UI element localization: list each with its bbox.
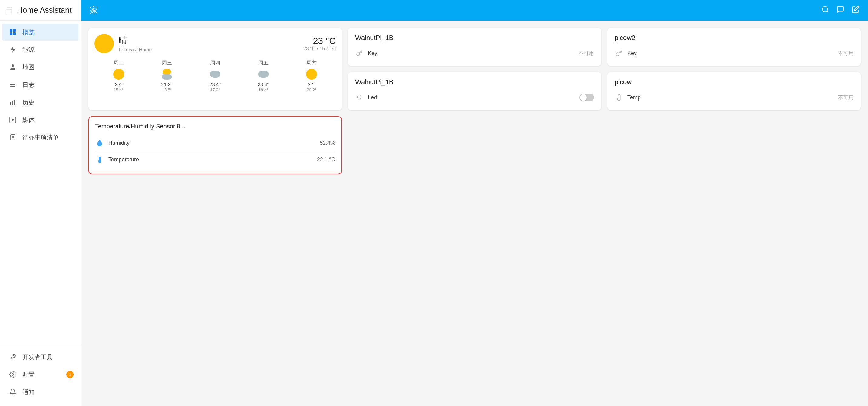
sidebar-item-todo[interactable]: 待办事项清单 [2,129,79,146]
message-icon[interactable] [837,5,844,15]
humidity-icon [95,138,104,148]
sidebar-item-history-label: 历史 [22,98,34,106]
sidebar-item-media-label: 媒体 [22,116,34,124]
weather-temp-range: 23 °C / 15.4 °C [303,46,336,52]
edit-icon[interactable] [851,5,860,15]
gear-icon [8,370,17,379]
picow2-key-status: 不可用 [838,50,854,57]
key-icon-1 [355,49,364,58]
forecast-low-0: 15.4° [94,88,143,92]
sidebar-item-developer[interactable]: 开发者工具 [2,348,79,366]
sidebar-item-energy-label: 能源 [22,46,34,54]
svg-rect-2 [10,32,12,35]
picow-temp-name: Temp [627,94,834,101]
svg-marker-13 [12,118,15,121]
bar-chart-icon [8,98,17,106]
grid-icon [8,28,17,36]
forecast-day-name-3: 周五 [239,59,287,66]
weather-card: 晴 Forecast Home 23 °C 23 °C / 15.4 °C 周二… [88,28,342,110]
settings-badge: 1 [66,371,73,378]
forecast-day-3: 周五 23.4° 18.4° [239,59,287,92]
sidebar-bottom: 开发者工具 配置 1 通知 [0,345,81,406]
weather-condition: 晴 [119,34,152,46]
sidebar-item-overview-label: 概览 [22,28,34,36]
sidebar-item-settings[interactable]: 配置 1 [2,366,79,383]
menu-icon[interactable]: ☰ [6,6,12,14]
forecast-day-name-2: 周四 [191,59,239,66]
sensor-card: Temperature/Humidity Sensor 9... Humidit… [88,116,342,175]
weather-location: Forecast Home [119,47,152,53]
sidebar-item-notifications[interactable]: 通知 [2,384,79,401]
page-title: 家 [90,4,98,16]
key-icon-2 [615,49,623,58]
forecast-day-name-4: 周六 [288,59,336,66]
sidebar: ☰ Home Assistant 概览 能源 地图 [0,0,81,406]
svg-line-20 [827,11,828,12]
sidebar-item-logbook[interactable]: 日志 [2,76,79,93]
person-icon [8,63,17,71]
forecast-day-name-0: 周二 [94,59,143,66]
forecast-high-0: 23° [94,82,143,88]
forecast-low-2: 17.2° [191,88,239,92]
forecast-low-1: 13.5° [143,88,191,92]
header-actions [822,5,860,15]
svg-point-5 [11,64,14,67]
bolt-icon [8,45,17,54]
weather-temp: 23 °C 23 °C / 15.4 °C [303,36,336,52]
svg-rect-10 [12,101,13,105]
temperature-value: 22.1 °C [317,157,335,163]
walnutpi1b-key-card: WalnutPi_1B Key 不可用 [348,28,601,66]
forecast-day-4: 周六 27° 20.2° [288,59,336,92]
forecast-high-2: 23.4° [191,82,239,88]
sidebar-item-overview[interactable]: 概览 [2,24,79,40]
led-toggle[interactable] [580,94,594,101]
weather-info: 晴 Forecast Home [119,34,152,53]
app-title: Home Assistant [17,5,72,15]
clipboard-icon [8,133,17,142]
sensor-card-title: Temperature/Humidity Sensor 9... [95,123,335,130]
sidebar-item-developer-label: 开发者工具 [22,353,53,361]
svg-rect-9 [10,102,11,105]
thermometer-icon [95,155,104,164]
sidebar-item-map[interactable]: 地图 [2,59,79,76]
picow-temp-row: Temp 不可用 [615,91,854,104]
svg-rect-11 [14,100,16,105]
walnutpi1b-key-status: 不可用 [579,50,594,57]
humidity-label: Humidity [108,140,315,146]
bell-icon [8,388,17,396]
play-icon [8,116,17,124]
sun-icon [94,34,114,53]
forecast-day-name-1: 周三 [143,59,191,66]
sidebar-item-energy[interactable]: 能源 [2,41,79,58]
sidebar-item-todo-label: 待办事项清单 [22,133,59,142]
forecast-low-3: 18.4° [239,88,287,92]
sidebar-item-map-label: 地图 [22,63,34,71]
forecast-icon-1 [161,69,172,80]
svg-rect-0 [10,29,12,32]
sidebar-nav: 概览 能源 地图 日志 历史 [0,21,81,345]
forecast-day-1: 周三 21.2° 13.5° [143,59,191,92]
weather-forecast: 周二 23° 15.4° 周三 21.2° 13.5° [94,59,336,92]
walnutpi1b-led-title: WalnutPi_1B [355,78,594,86]
walnutpi1b-led-name: Led [368,94,575,101]
forecast-icon-2 [210,69,221,80]
sidebar-item-history[interactable]: 历史 [2,94,79,111]
forecast-low-4: 20.2° [288,88,336,92]
picow-temp-title: picow [615,78,854,86]
content-area: 晴 Forecast Home 23 °C 23 °C / 15.4 °C 周二… [81,21,868,406]
sensor-humidity-row: Humidity 52.4% [95,135,335,151]
main-content: 家 晴 Forecast Home [81,0,868,406]
forecast-high-1: 21.2° [143,82,191,88]
forecast-day-2: 周四 23.4° 17.2° [191,59,239,92]
sidebar-item-media[interactable]: 媒体 [2,112,79,128]
weather-left: 晴 Forecast Home [94,34,152,53]
bulb-icon [355,93,364,102]
picow2-key-card: picow2 Key 不可用 [607,28,861,66]
svg-rect-3 [13,32,16,35]
search-icon[interactable] [822,5,829,15]
forecast-high-3: 23.4° [239,82,287,88]
picow2-key-name: Key [627,50,834,57]
svg-point-18 [12,374,13,375]
walnutpi1b-key-name: Key [368,50,574,57]
svg-point-19 [822,6,828,11]
